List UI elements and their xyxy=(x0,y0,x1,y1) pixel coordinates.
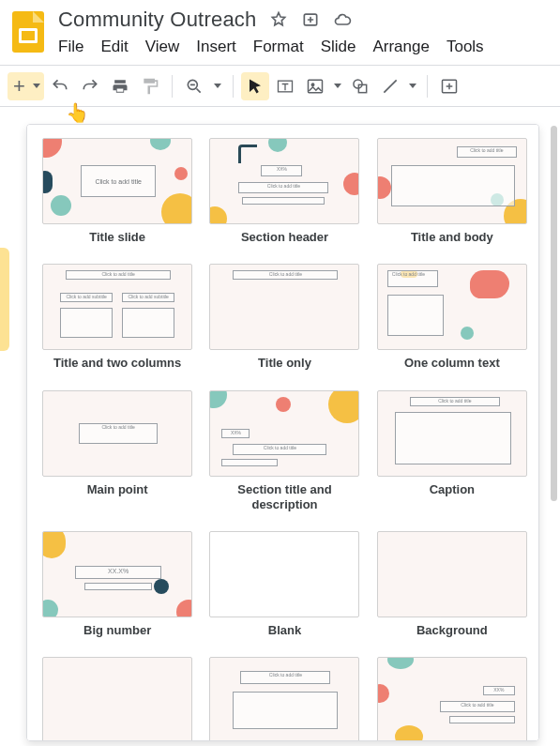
layout-one-column-text[interactable]: Click to add title One column text xyxy=(375,264,529,380)
placeholder-pct: XX% xyxy=(221,429,250,438)
layout-section-title-desc[interactable]: XX% Click to add title Section title and… xyxy=(207,390,361,523)
layout-label: Caption xyxy=(426,477,478,507)
layout-section-header[interactable]: XX% Click to add title Section header xyxy=(207,138,361,254)
chevron-down-icon xyxy=(334,84,341,88)
shape-tool[interactable] xyxy=(346,72,374,100)
layout-title-and-body[interactable]: Click to add title Title and body xyxy=(375,138,529,254)
chevron-down-icon xyxy=(409,84,416,88)
layout-label: Section title and description xyxy=(207,477,361,523)
placeholder-sub: Click to add subtitle xyxy=(122,293,174,302)
layout-label: Main point xyxy=(83,477,152,507)
layout-big-title[interactable]: Click to add title Big title xyxy=(207,657,361,741)
layout-label: Blank xyxy=(265,617,305,647)
cursor-hand-pointer: 👆 xyxy=(66,101,89,124)
layout-label: Background xyxy=(413,617,492,647)
layout-label: Section header xyxy=(237,224,332,254)
layout-label: One column text xyxy=(401,350,504,380)
placeholder-pct: XX% xyxy=(261,165,302,176)
layout-blank[interactable]: Blank xyxy=(207,531,361,647)
menu-tools[interactable]: Tools xyxy=(446,38,484,56)
placeholder-title: Click to add title xyxy=(95,178,141,185)
placeholder-title: Click to add title xyxy=(79,423,158,444)
print-button[interactable] xyxy=(106,72,134,100)
placeholder-title: Click to add title xyxy=(387,270,438,287)
redo-button[interactable] xyxy=(76,72,104,100)
placeholder-title: Click to add title xyxy=(440,701,515,712)
chevron-down-icon xyxy=(214,84,221,88)
document-title[interactable]: Community Outreach xyxy=(58,8,256,32)
layout-picker-panel: Click to add title Title slide XX% Click… xyxy=(26,124,539,741)
svg-rect-9 xyxy=(358,84,366,92)
menu-slide[interactable]: Slide xyxy=(321,38,356,56)
layout-label: Title and two columns xyxy=(50,350,185,380)
placeholder-title: Click to add title xyxy=(66,270,171,280)
textbox-tool[interactable] xyxy=(271,72,299,100)
layout-background[interactable]: Background xyxy=(375,531,529,647)
layout-label: Big number xyxy=(80,617,155,647)
layout-title-only[interactable]: Click to add title Title only xyxy=(207,264,361,380)
menu-insert[interactable]: Insert xyxy=(196,38,236,56)
undo-button[interactable] xyxy=(46,72,74,100)
menu-file[interactable]: File xyxy=(58,38,83,56)
menu-edit[interactable]: Edit xyxy=(100,38,128,56)
image-dropdown[interactable] xyxy=(331,72,344,100)
placeholder-title: Click to add title xyxy=(410,397,500,406)
layout-big-number[interactable]: XX.X% Big number xyxy=(40,531,194,647)
star-icon[interactable] xyxy=(269,10,288,29)
placeholder-title: Click to add title xyxy=(240,671,330,684)
add-comment-button[interactable] xyxy=(435,72,463,100)
svg-rect-2 xyxy=(22,31,35,40)
placeholder-title: Click to add title xyxy=(233,270,338,280)
layout-background-1[interactable]: Background 1 xyxy=(40,657,194,741)
menu-format[interactable]: Format xyxy=(253,38,304,56)
menu-view[interactable]: View xyxy=(145,38,180,56)
placeholder-pct: XX% xyxy=(483,686,515,695)
svg-point-8 xyxy=(354,79,362,87)
layout-caption[interactable]: Click to add title Caption xyxy=(375,390,529,523)
line-dropdown[interactable] xyxy=(406,72,419,100)
layout-label: Title and body xyxy=(407,224,497,254)
plus-icon: + xyxy=(9,76,29,97)
paint-format-button[interactable] xyxy=(136,72,164,100)
placeholder-title: Click to add title xyxy=(238,182,328,193)
placeholder-sub: Click to add subtitle xyxy=(60,293,113,302)
layout-label: Title only xyxy=(254,350,315,380)
image-tool[interactable] xyxy=(301,72,329,100)
menubar: File Edit View Insert Format Slide Arran… xyxy=(58,38,551,65)
line-tool[interactable] xyxy=(376,72,404,100)
move-icon[interactable] xyxy=(301,10,320,29)
zoom-button[interactable] xyxy=(180,72,208,100)
menu-arrange[interactable]: Arrange xyxy=(372,38,429,56)
placeholder-title: Click to add title xyxy=(457,146,517,158)
select-tool[interactable] xyxy=(241,72,269,100)
svg-rect-6 xyxy=(308,80,322,92)
new-slide-split-button[interactable]: + xyxy=(8,72,44,100)
svg-point-7 xyxy=(311,84,314,86)
filmstrip-selected-slide[interactable] xyxy=(0,248,9,351)
layout-title-slide[interactable]: Click to add title Title slide xyxy=(40,138,194,254)
chevron-down-icon xyxy=(33,84,40,88)
placeholder-bignum: XX.X% xyxy=(75,566,161,579)
zoom-dropdown[interactable] xyxy=(210,72,225,100)
slides-logo xyxy=(9,8,47,56)
layout-headline[interactable]: XX% Click to add title Headline xyxy=(375,657,529,741)
layout-main-point[interactable]: Click to add title Main point xyxy=(40,390,194,523)
layout-title-two-cols[interactable]: Click to add title Click to add subtitle… xyxy=(40,264,194,380)
layout-label: Title slide xyxy=(85,224,149,254)
cloud-icon[interactable] xyxy=(333,10,352,29)
placeholder-title: Click to add title xyxy=(233,444,326,455)
scrollbar[interactable] xyxy=(551,126,557,501)
